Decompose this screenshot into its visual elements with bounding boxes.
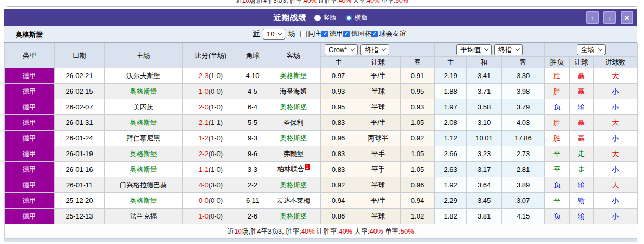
cell-home-team[interactable]: 沃尔夫斯堡 [105,68,183,84]
move-up-button[interactable]: ↑ [586,11,599,24]
cell-league: 德甲 [5,68,55,84]
cell-home-team[interactable]: 奥格斯堡 [105,193,183,209]
cell-date: 25-12-13 [55,209,105,224]
cell-away-team[interactable]: 奥格斯堡 [266,99,321,115]
radio-checked-icon[interactable] [345,15,352,21]
cell-score: 0-0(0-0) [183,193,239,209]
cell-away-team[interactable]: 奥格斯堡 [266,68,321,84]
cell-score: 1-0(0-0) [183,84,239,99]
scope-select[interactable]: 全场 [577,44,606,55]
cell-handicap-result: 赢 [570,84,594,99]
checkbox-icon[interactable] [321,31,328,37]
average-select[interactable]: 平均值 [456,44,492,55]
cell-score: 1-0(0-0) [183,209,239,224]
cell-corners: 4-5 [239,84,266,99]
cell-eu-away-odds: 4.15 [502,209,545,224]
cell-away-team[interactable]: 奥格斯堡 [266,131,321,146]
cell-away-team[interactable]: 弗赖堡 [266,146,321,162]
cell-eu-away-odds: 3.30 [502,68,545,84]
cell-corners: 6-11 [239,193,266,209]
cell-home-team[interactable]: 拜仁慕尼黑 [105,131,183,146]
cell-date: 25-12-20 [55,193,105,209]
cell-ah-away-odds: 1.05 [401,115,435,131]
checkbox-label: 同主 [308,29,321,38]
cell-away-team[interactable]: 奥格斯堡 [266,209,321,224]
cell-goals-result: 大 [594,115,638,131]
bookmaker-select[interactable]: Crow* [325,44,358,55]
radio-vertical-mode[interactable]: 竖版 [314,13,337,22]
move-down-button[interactable]: ↓ [603,11,616,24]
cell-corners: 3-3 [239,162,266,177]
up-arrow-icon: ↑ [591,15,595,21]
checkbox-icon[interactable] [300,31,307,37]
near-link[interactable]: 近 [253,29,260,38]
summary-text: 近10场,胜4平3负3, 胜率:40% 让胜率:40% 大率:40% 单率:50… [227,227,414,236]
radio-horizontal-mode[interactable]: 横版 [345,13,368,22]
match-count-select[interactable]: 10 [263,29,285,40]
cell-goals-result: 小 [594,193,638,209]
chevron-down-icon [598,47,602,51]
cell-home-team[interactable]: 奥格斯堡 [105,115,183,131]
cell-eu-draw-odds: 3.81 [467,209,502,224]
cell-league: 德甲 [5,84,55,99]
cell-corners: 9-6 [239,146,266,162]
screen: 近10场,胜4平3负3, 胜率:40% 让胜率:40% 大率:40% 单率:50… [0,0,644,244]
cell-date: 26-02-21 [55,68,105,84]
title-center: 近期战绩 竖版 横版 [274,13,368,23]
cell-away-team[interactable]: 海登海姆 [266,84,321,99]
scope-select-cell: 全场 [545,43,638,57]
cell-home-team[interactable]: 美因茨 [105,99,183,115]
cell-away-team[interactable]: 云达不莱梅 [266,193,321,209]
matches-suffix: 场 [288,29,295,38]
table-row: 德甲25-12-13法兰克福1-0(0-0)2-6奥格斯堡0.86半球1.021… [5,209,638,224]
cell-corners: 4-10 [239,68,266,84]
average-time-select[interactable]: 终指 [494,44,523,55]
results-tbody: 德甲26-02-21沃尔夫斯堡2-3(1-0)4-10奥格斯堡0.97平/半0.… [5,68,638,224]
cell-corners: 9-3 [239,131,266,146]
cell-ah-home-odds: 0.92 [321,177,356,193]
table-row: 德甲26-02-21沃尔夫斯堡2-3(1-0)4-10奥格斯堡0.97平/半0.… [5,68,638,84]
col-header-score: 比分(半场) [183,43,239,68]
cell-home-team[interactable]: 法兰克福 [105,209,183,224]
cell-eu-away-odds: 3.79 [502,99,545,115]
table-row: 德甲26-01-19奥格斯堡2-2(0-0)9-6弗赖堡0.83平手1.052.… [5,146,638,162]
panel-title: 近期战绩 [274,13,307,23]
cell-ah-line: 半球 [356,84,401,99]
cell-away-team[interactable]: 圣保利 [266,115,321,131]
radio-vertical-label: 竖版 [324,13,337,22]
filter-checkbox-club-friendly[interactable]: 球会友谊 [371,29,406,38]
radio-unchecked-icon[interactable] [314,15,321,21]
cell-home-team[interactable]: 奥格斯堡 [105,162,183,177]
down-arrow-icon: ↓ [608,15,612,21]
cell-eu-away-odds: 2.73 [502,146,545,162]
radio-horizontal-label: 横版 [355,13,368,22]
cell-eu-draw-odds: 3.41 [467,68,502,84]
cell-eu-draw-odds: 3.10 [467,115,502,131]
checkbox-icon[interactable] [371,31,378,37]
cell-ah-away-odds: 0.91 [401,68,435,84]
checkbox-icon[interactable] [343,31,350,37]
cell-eu-home-odds: 1.82 [435,209,467,224]
checkbox-label: 德甲 [329,29,343,38]
cell-home-team[interactable]: 奥格斯堡 [105,84,183,99]
cell-result: 负 [545,209,570,224]
col-header-goals: 进球数 [594,57,638,68]
cell-handicap-result: 赢 [570,115,594,131]
cell-eu-home-odds: 1.92 [435,177,467,193]
cell-home-team[interactable]: 奥格斯堡 [105,146,183,162]
cell-ah-line: 平手 [356,162,401,177]
cell-corners: 6-4 [239,99,266,115]
filter-checkbox-german-cup[interactable]: 德国杯 [343,29,371,38]
cell-away-team[interactable]: 奥格斯堡 [266,177,321,193]
chevron-down-icon [382,47,386,51]
cell-away-team[interactable]: 柏林联合1 [266,162,321,177]
close-button[interactable]: ✕ [621,11,633,24]
cell-home-team[interactable]: 门兴格拉德巴赫 [105,177,183,193]
euro-select-cell: 平均值 终指 [435,43,545,57]
bookmaker-time-select[interactable]: 终指 [360,44,389,55]
average-time-value: 终指 [498,45,512,55]
filter-checkbox-same-home[interactable]: 同主 [300,29,321,38]
filter-checkbox-bundesliga[interactable]: 德甲 [321,29,343,38]
red-card-badge: 1 [305,164,310,170]
cell-eu-home-odds: 2.19 [435,68,467,84]
